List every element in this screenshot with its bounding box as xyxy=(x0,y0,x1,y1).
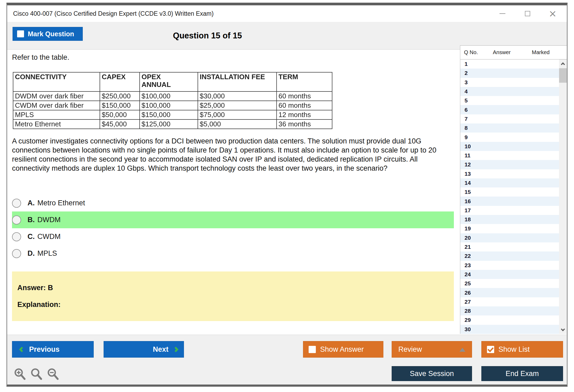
question-list-item[interactable]: 4 xyxy=(460,87,559,96)
options-list: A. Metro Ethernet B. DWDM C. CWDM xyxy=(12,195,454,262)
option-text: CWDM xyxy=(37,233,61,241)
table-cell-installation-fee: $5,000 xyxy=(198,119,277,129)
window-controls: × xyxy=(498,5,557,22)
answer-option-row[interactable]: B. DWDM xyxy=(12,211,454,228)
show-list-button[interactable]: Show List xyxy=(481,341,563,358)
option-letter: A. xyxy=(27,199,35,207)
radio-button-icon[interactable] xyxy=(12,249,21,258)
question-list-body: 1 2 3 4 5 xyxy=(460,59,567,334)
review-button[interactable]: Review xyxy=(392,341,472,358)
column-header-marked: Marked xyxy=(532,49,550,55)
radio-button-icon[interactable] xyxy=(12,232,21,241)
question-number: 13 xyxy=(465,171,471,177)
question-list-item[interactable]: 10 xyxy=(460,142,559,151)
save-session-button[interactable]: Save Session xyxy=(392,366,472,381)
question-list-item[interactable]: 22 xyxy=(460,251,559,261)
question-number: 26 xyxy=(465,290,471,296)
window-title: Cisco 400-007 (Cisco Certified Design Ex… xyxy=(13,10,214,17)
chevron-down-icon xyxy=(561,327,565,331)
table-header-cell: TERM xyxy=(277,72,332,91)
question-list-item[interactable]: 19 xyxy=(460,224,559,233)
question-list-item[interactable]: 25 xyxy=(460,279,559,288)
option-text: DWDM xyxy=(37,216,61,224)
table-cell-connectivity: MPLS xyxy=(13,110,100,119)
answer-option-row[interactable]: A. Metro Ethernet xyxy=(12,195,454,211)
next-button[interactable]: Next xyxy=(104,341,184,358)
zoom-controls xyxy=(14,367,60,381)
option-letter: C. xyxy=(27,233,35,241)
question-number: 10 xyxy=(465,143,471,150)
option-letter: B. xyxy=(27,216,35,224)
option-text: MPLS xyxy=(37,249,57,258)
question-number: 19 xyxy=(465,225,471,232)
answer-option-row[interactable]: D. MPLS xyxy=(12,245,454,262)
table-header-cell: INSTALLATION FEE xyxy=(198,72,277,91)
table-cell-connectivity: DWDM over dark fiber xyxy=(13,91,100,101)
radio-button-icon[interactable] xyxy=(12,199,21,208)
question-list-item[interactable]: 30 xyxy=(460,325,559,334)
question-list-item[interactable]: 15 xyxy=(460,187,559,197)
zoom-in-icon[interactable] xyxy=(14,367,27,381)
table-row: CWDM over dark fiber $150,000 $100,000 $… xyxy=(13,101,332,110)
magnifier-icon[interactable] xyxy=(30,367,44,381)
answer-option-row[interactable]: C. CWDM xyxy=(12,228,454,245)
question-list-item[interactable]: 2 xyxy=(460,69,559,78)
show-answer-button[interactable]: Show Answer xyxy=(303,341,383,358)
question-list-item[interactable]: 20 xyxy=(460,233,559,242)
question-list-item[interactable]: 3 xyxy=(460,78,559,87)
question-number: 4 xyxy=(465,88,468,95)
zoom-out-icon[interactable] xyxy=(47,367,60,381)
scroll-up-button[interactable] xyxy=(559,59,567,67)
question-list-item[interactable]: 12 xyxy=(460,160,559,169)
sidebar-scrollbar[interactable] xyxy=(559,59,567,334)
question-list-item[interactable]: 14 xyxy=(460,178,559,187)
question-number: 18 xyxy=(465,216,471,223)
scroll-down-button[interactable] xyxy=(559,326,567,334)
question-list-item[interactable]: 17 xyxy=(460,206,559,215)
question-list-item[interactable]: 16 xyxy=(460,197,559,206)
question-list-item[interactable]: 27 xyxy=(460,297,559,306)
refer-text: Refer to the table. xyxy=(12,53,69,62)
show-list-checkbox[interactable] xyxy=(487,346,494,353)
table-cell-term: 60 months xyxy=(277,101,332,110)
question-list-item[interactable]: 24 xyxy=(460,270,559,279)
previous-button[interactable]: Previous xyxy=(12,341,94,358)
question-list-item[interactable]: 9 xyxy=(460,133,559,142)
scrollbar-thumb[interactable] xyxy=(559,68,567,83)
question-list-item[interactable]: 7 xyxy=(460,114,559,123)
question-list-item[interactable]: 29 xyxy=(460,315,559,325)
end-exam-button[interactable]: End Exam xyxy=(481,366,563,381)
question-list-item[interactable]: 26 xyxy=(460,288,559,297)
minimize-button[interactable] xyxy=(498,10,506,18)
question-list-item[interactable]: 1 xyxy=(460,59,559,69)
question-list-item[interactable]: 6 xyxy=(460,105,559,114)
question-number: 23 xyxy=(465,262,471,269)
next-label: Next xyxy=(153,345,168,354)
question-list-item[interactable]: 5 xyxy=(460,96,559,105)
question-number: 27 xyxy=(465,299,471,305)
question-number: 11 xyxy=(465,152,470,159)
show-list-label: Show List xyxy=(498,345,530,354)
close-button[interactable]: × xyxy=(549,10,557,18)
maximize-button[interactable] xyxy=(524,10,532,18)
table-cell-opex: $150,000 xyxy=(140,110,198,119)
question-panel: Refer to the table. CONNECTIVITY CAPEX O… xyxy=(7,50,460,335)
question-list-item[interactable]: 8 xyxy=(460,123,559,133)
table-header-cell: CONNECTIVITY xyxy=(13,72,100,91)
table-cell-capex: $250,000 xyxy=(100,91,140,101)
question-number: 3 xyxy=(465,79,468,86)
table-cell-installation-fee: $75,000 xyxy=(198,110,277,119)
table-cell-capex: $45,000 xyxy=(100,119,140,129)
question-list-item[interactable]: 21 xyxy=(460,242,559,251)
show-answer-checkbox[interactable] xyxy=(309,346,316,353)
question-number: 25 xyxy=(465,280,471,287)
question-list-item[interactable]: 13 xyxy=(460,169,559,178)
question-list-item[interactable]: 28 xyxy=(460,306,559,315)
question-list-item[interactable]: 23 xyxy=(460,261,559,270)
minimize-icon xyxy=(500,13,505,14)
radio-button-icon[interactable] xyxy=(12,215,21,225)
question-list-item[interactable]: 11 xyxy=(460,151,559,160)
table-row: DWDM over dark fiber $250,000 $100,000 $… xyxy=(13,91,332,101)
question-list-item[interactable]: 18 xyxy=(460,215,559,224)
end-exam-label: End Exam xyxy=(506,370,539,378)
